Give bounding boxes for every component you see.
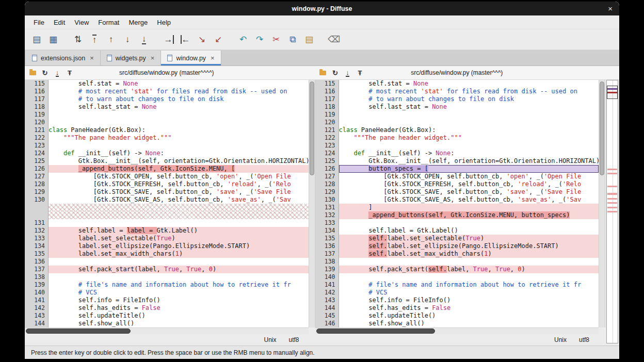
menu-view[interactable]: View bbox=[70, 17, 93, 28]
code-line[interactable]: # file's name and information about how … bbox=[339, 281, 599, 289]
code-line[interactable]: self.last_stat = None bbox=[49, 103, 309, 111]
code-line[interactable]: self.show_all() bbox=[339, 320, 599, 327]
code-line[interactable]: """The pane header widget.""" bbox=[49, 134, 309, 142]
code-line[interactable]: self.updateTitle() bbox=[339, 312, 599, 320]
code-line[interactable]: self.stat = None bbox=[339, 80, 599, 88]
undo-button[interactable]: ↶ bbox=[236, 33, 250, 46]
first-difference-button[interactable]: ↑ bbox=[88, 33, 101, 46]
code-line[interactable] bbox=[49, 111, 309, 119]
code-line[interactable]: self.show_all() bbox=[49, 320, 309, 327]
new-3way-merge-button[interactable]: ▦ bbox=[46, 33, 60, 46]
code-line[interactable] bbox=[49, 258, 309, 266]
menu-edit[interactable]: Edit bbox=[49, 17, 70, 28]
code-line[interactable]: def __init__(self) -> None: bbox=[339, 150, 599, 157]
code-line[interactable]: label.set_ellipsize(Pango.EllipsizeMode.… bbox=[49, 242, 309, 250]
code-line[interactable]: Gtk.Box.__init__(self, orientation=Gtk.O… bbox=[49, 157, 309, 165]
tab-close-icon[interactable]: × bbox=[90, 54, 94, 62]
code-line[interactable]: """The pane header widget.""" bbox=[339, 134, 599, 142]
code-line[interactable]: def __init__(self) -> None: bbox=[49, 150, 309, 157]
code-line[interactable]: _append_buttons(self, Gtk.IconSize.MENU,… bbox=[339, 211, 599, 219]
code-line[interactable]: self.updateTitle() bbox=[49, 312, 309, 320]
copy-selection-right-button[interactable]: → bbox=[162, 33, 175, 46]
code-line[interactable]: [Gtk.STOCK_SAVE_AS, self.button_cb, 'sav… bbox=[339, 196, 599, 204]
tab-close-icon[interactable]: × bbox=[211, 54, 215, 62]
code-line[interactable]: # file's name and information about how … bbox=[49, 281, 309, 289]
tab-extensions-json[interactable]: extensions.json× bbox=[26, 51, 101, 65]
left-code-area[interactable]: self.stat = None # most recent 'stat' fo… bbox=[49, 80, 309, 327]
code-line[interactable] bbox=[339, 111, 599, 119]
cut-button[interactable]: ✂ bbox=[269, 33, 283, 46]
code-line[interactable]: label.set_selectable(True) bbox=[49, 235, 309, 242]
code-line[interactable]: _append_buttons(self, Gtk.IconSize.MENU,… bbox=[49, 165, 309, 173]
code-line[interactable] bbox=[339, 219, 599, 227]
menu-merge[interactable]: Merge bbox=[124, 17, 152, 28]
left-vscroll-thumb[interactable] bbox=[310, 81, 314, 175]
code-line[interactable]: self.stat = None bbox=[49, 80, 309, 88]
code-line[interactable]: self.pack_start(label, True, True, 0) bbox=[49, 266, 309, 273]
right-horizontal-scrollbar[interactable] bbox=[315, 327, 599, 334]
code-line[interactable]: # to warn about changes to file on disk bbox=[339, 95, 599, 103]
merge-from-right-button[interactable]: ↙ bbox=[212, 33, 225, 46]
code-line[interactable]: [Gtk.STOCK_OPEN, self.button_cb, 'open',… bbox=[339, 173, 599, 180]
left-hscroll-thumb[interactable] bbox=[26, 328, 131, 334]
right-vscroll-thumb[interactable] bbox=[600, 81, 604, 175]
code-line[interactable]: # VCS bbox=[339, 289, 599, 297]
code-line[interactable]: self.label.set_selectable(True) bbox=[339, 235, 599, 242]
open-file-button[interactable] bbox=[317, 67, 329, 78]
reload-file-button[interactable]: ↻ bbox=[330, 67, 341, 78]
code-line[interactable]: self.label = label = Gtk.Label() bbox=[49, 227, 309, 235]
left-horizontal-scrollbar[interactable] bbox=[25, 327, 309, 334]
code-line[interactable]: [Gtk.STOCK_SAVE, self.button_cb, 'save',… bbox=[339, 188, 599, 196]
open-file-button[interactable] bbox=[27, 67, 38, 78]
save-file-button[interactable]: ↓ bbox=[342, 67, 353, 78]
new-2way-merge-button[interactable]: ▤ bbox=[30, 33, 43, 46]
right-hscroll-thumb[interactable] bbox=[316, 328, 436, 334]
tab-close-icon[interactable]: × bbox=[151, 54, 155, 62]
last-difference-button[interactable]: ↓ bbox=[137, 33, 151, 46]
code-line[interactable]: self.label.set_max_width_chars(1) bbox=[339, 250, 599, 258]
menu-format[interactable]: Format bbox=[93, 17, 124, 28]
code-line[interactable]: ] bbox=[339, 204, 599, 211]
titlebar[interactable]: window.py - Diffuse × bbox=[25, 2, 619, 15]
code-line[interactable]: # most recent 'stat' for files read from… bbox=[49, 88, 309, 95]
code-line[interactable] bbox=[339, 258, 599, 266]
code-line[interactable]: # to warn about changes to file on disk bbox=[49, 95, 309, 103]
copy-button[interactable]: ⧉ bbox=[286, 33, 299, 46]
right-vertical-scrollbar[interactable] bbox=[599, 66, 605, 345]
previous-difference-button[interactable]: ↑ bbox=[104, 33, 118, 46]
menu-file[interactable]: File bbox=[29, 17, 49, 28]
close-icon[interactable]: × bbox=[608, 2, 613, 15]
code-line[interactable]: label.set_max_width_chars(1) bbox=[49, 250, 309, 258]
code-line[interactable] bbox=[49, 219, 309, 227]
code-line[interactable]: self.label.set_ellipsize(Pango.Ellipsize… bbox=[339, 242, 599, 250]
code-line[interactable] bbox=[49, 142, 309, 150]
code-line[interactable]: self.pack_start(self.label, True, True, … bbox=[339, 266, 599, 273]
code-line[interactable]: self.info = FileInfo() bbox=[49, 297, 309, 304]
clear-edits-button[interactable]: ⌫ bbox=[327, 33, 341, 46]
alignment-gap-hatch[interactable] bbox=[49, 204, 309, 211]
reload-file-button[interactable]: ↻ bbox=[39, 67, 51, 78]
code-line[interactable]: self.label = Gtk.Label() bbox=[339, 227, 599, 235]
left-vertical-scrollbar[interactable] bbox=[309, 66, 315, 345]
code-line[interactable]: [Gtk.STOCK_SAVE, self.button_cb, 'save',… bbox=[49, 188, 309, 196]
next-difference-button[interactable]: ↓ bbox=[121, 33, 134, 46]
code-line[interactable]: self.info = FileInfo() bbox=[339, 297, 599, 304]
code-line[interactable]: [Gtk.STOCK_REFRESH, self.button_cb, 'rel… bbox=[339, 180, 599, 188]
code-line[interactable]: class PaneHeader(Gtk.Box): bbox=[49, 126, 309, 134]
menu-help[interactable]: Help bbox=[152, 17, 175, 28]
tab-widgets-py[interactable]: widgets.py× bbox=[101, 51, 162, 65]
code-line[interactable] bbox=[339, 142, 599, 150]
diff-overview-map-body[interactable] bbox=[606, 80, 618, 343]
code-line[interactable]: class PaneHeader(Gtk.Box): bbox=[339, 126, 599, 134]
code-line[interactable]: # VCS bbox=[49, 289, 309, 297]
save-file-button[interactable]: ↓ bbox=[52, 67, 63, 78]
copy-selection-left-button[interactable]: ← bbox=[179, 33, 192, 46]
code-line[interactable]: # most recent 'stat' for files read from… bbox=[339, 88, 599, 95]
realign-all-button[interactable]: ⇅ bbox=[71, 33, 85, 46]
save-as-file-button[interactable]: Ŧ bbox=[355, 67, 366, 78]
code-line[interactable]: Gtk.Box.__init__(self, orientation=Gtk.O… bbox=[339, 157, 599, 165]
code-line[interactable]: self.has_edits = False bbox=[339, 304, 599, 312]
code-line[interactable]: [Gtk.STOCK_REFRESH, self.button_cb, 'rel… bbox=[49, 180, 309, 188]
code-line[interactable] bbox=[49, 119, 309, 126]
save-as-file-button[interactable]: Ŧ bbox=[64, 67, 75, 78]
